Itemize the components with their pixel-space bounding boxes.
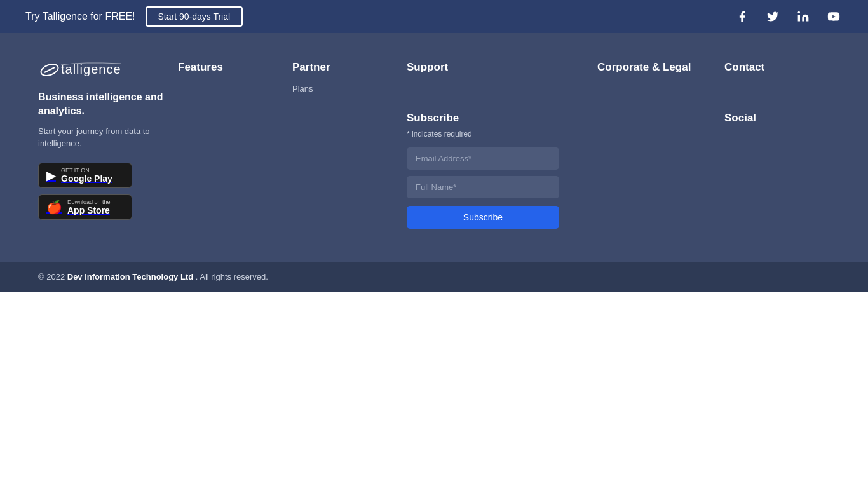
partner-column: Partner Plans xyxy=(292,58,407,229)
banner-left: Try Talligence for FREE! Start 90-days T… xyxy=(25,6,243,27)
footer-bottom: © 2022 Dev Information Technology Ltd . … xyxy=(0,262,868,292)
footer-main: talligence Business intelligence and ana… xyxy=(0,33,868,262)
corporate-heading: Corporate & Legal xyxy=(597,61,724,74)
features-heading: Features xyxy=(178,61,292,74)
social-section: Social xyxy=(724,112,826,125)
youtube-icon[interactable] xyxy=(825,8,843,25)
company-name: Dev Information Technology Ltd xyxy=(67,272,193,281)
facebook-icon[interactable] xyxy=(733,8,751,25)
contact-social-column: Contact Social xyxy=(724,58,826,229)
apple-icon: 🍎 xyxy=(46,200,62,215)
svg-line-3 xyxy=(44,67,55,72)
subscribe-button[interactable]: Subscribe xyxy=(407,206,559,229)
partner-plans[interactable]: Plans xyxy=(292,84,407,93)
logo-column: talligence Business intelligence and ana… xyxy=(38,58,178,229)
twitter-icon[interactable] xyxy=(764,8,782,25)
social-heading: Social xyxy=(724,112,826,125)
app-store-small: Download on the xyxy=(67,199,111,205)
support-subscribe-column: Support Subscribe * indicates required S… xyxy=(407,58,597,229)
copyright-year: © 2022 xyxy=(38,272,65,281)
name-input[interactable] xyxy=(407,176,559,198)
app-store-large: App Store xyxy=(67,205,111,215)
google-play-small: GET IT ON xyxy=(61,167,112,173)
sub-tagline: Start your journey from data to intellig… xyxy=(38,125,178,150)
footer-grid: talligence Business intelligence and ana… xyxy=(38,58,830,229)
page-rest xyxy=(0,292,868,488)
google-play-icon: ▶ xyxy=(46,168,56,183)
svg-point-0 xyxy=(798,11,800,13)
linkedin-icon[interactable] xyxy=(794,8,812,25)
required-note: * indicates required xyxy=(407,130,597,139)
promo-text: Try Talligence for FREE! xyxy=(25,11,135,22)
svg-text:talligence: talligence xyxy=(61,62,121,76)
rights-text: . All rights reserved. xyxy=(196,272,268,281)
google-play-badge[interactable]: ▶ GET IT ON Google Play xyxy=(38,163,178,188)
contact-heading: Contact xyxy=(724,61,826,74)
support-heading: Support xyxy=(407,61,597,74)
subscribe-section: Subscribe * indicates required Subscribe xyxy=(407,112,597,229)
features-column: Features xyxy=(178,58,292,229)
logo: talligence xyxy=(38,58,178,81)
email-input[interactable] xyxy=(407,147,559,170)
app-store-badge[interactable]: 🍎 Download on the App Store xyxy=(38,194,178,220)
tagline: Business intelligence and analytics. xyxy=(38,90,178,119)
google-play-large: Google Play xyxy=(61,173,112,184)
subscribe-heading: Subscribe xyxy=(407,112,597,125)
header-social-icons xyxy=(733,8,843,25)
top-banner: Try Talligence for FREE! Start 90-days T… xyxy=(0,0,868,33)
trial-button[interactable]: Start 90-days Trial xyxy=(146,6,243,27)
corporate-column: Corporate & Legal xyxy=(597,58,724,229)
copyright: © 2022 Dev Information Technology Ltd . … xyxy=(38,272,268,281)
partner-heading: Partner xyxy=(292,61,407,74)
